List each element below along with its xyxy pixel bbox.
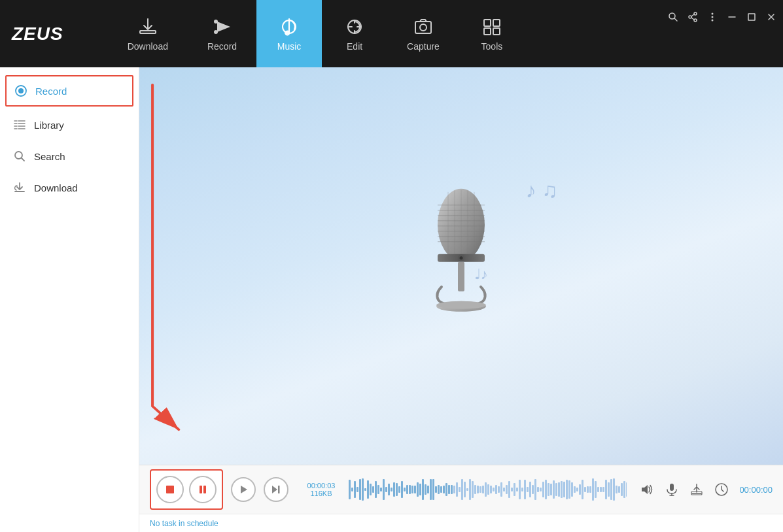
wave-bar (602, 487, 604, 493)
status-text: No task in schedule (150, 519, 218, 528)
microphone-icon[interactable] (665, 482, 679, 497)
wave-bar (498, 486, 500, 492)
wave-bar (401, 481, 403, 497)
wave-bar (443, 486, 445, 494)
wave-bar (377, 485, 379, 494)
sidebar-label-download: Download (34, 182, 78, 193)
share-icon[interactable] (687, 12, 698, 25)
microphone-illustration (415, 186, 507, 332)
wave-bar (490, 486, 492, 493)
wave-bar (453, 486, 455, 493)
svg-rect-44 (166, 486, 174, 493)
wave-bar (500, 482, 502, 497)
stop-button[interactable] (156, 476, 184, 503)
wave-bar (414, 486, 416, 493)
nav-item-tools[interactable]: Tools (459, 0, 525, 67)
wave-bar (613, 478, 615, 501)
wave-bar (367, 480, 369, 498)
wave-bar (432, 479, 434, 501)
wave-bar (482, 486, 484, 494)
close-icon[interactable] (766, 12, 776, 25)
wave-bar (466, 488, 468, 491)
sidebar-label-search: Search (34, 151, 65, 162)
wave-bar (595, 481, 597, 498)
wave-bar (469, 479, 471, 499)
wave-bar (561, 481, 563, 498)
play-button[interactable] (231, 477, 256, 502)
wave-bar (380, 488, 382, 492)
stop-icon (165, 484, 175, 495)
skip-button[interactable] (264, 477, 288, 502)
wave-bar (396, 483, 398, 496)
nav-item-record[interactable]: Record (188, 0, 256, 67)
wave-bar (372, 486, 374, 493)
sidebar-item-search[interactable]: Search (0, 141, 139, 172)
wave-bar (571, 482, 573, 497)
wave-bar (621, 483, 623, 496)
nav-item-download[interactable]: Download (108, 0, 188, 67)
pause-button[interactable] (189, 476, 217, 503)
nav-item-music[interactable]: Music (256, 0, 322, 67)
sidebar: Record Library Search (0, 67, 139, 532)
record-icon (212, 16, 233, 37)
nav-item-capture[interactable]: Capture (387, 0, 459, 67)
minimize-icon[interactable] (727, 12, 737, 25)
wave-bar (563, 482, 565, 498)
svg-point-18 (712, 20, 714, 22)
nav-item-edit[interactable]: Edit (322, 0, 387, 67)
search-window-icon[interactable] (668, 12, 678, 25)
volume-icon[interactable] (640, 482, 654, 497)
maximize-icon[interactable] (746, 12, 757, 25)
wave-bar (349, 480, 351, 499)
music-background: ♪ ♫ ♩♪ (139, 67, 783, 465)
wave-bar (592, 478, 594, 501)
wave-bar (477, 486, 479, 493)
clock-icon[interactable] (714, 482, 729, 497)
wave-bar (459, 487, 461, 492)
wave-bar (626, 482, 627, 496)
svg-rect-9 (493, 20, 500, 26)
export-icon[interactable] (689, 482, 704, 497)
svg-rect-19 (748, 14, 755, 20)
microphone-svg (415, 186, 507, 329)
app-logo: ZEUS (7, 24, 69, 44)
wave-bar (417, 482, 419, 496)
main-content: ♪ ♫ ♩♪ (139, 67, 783, 532)
elapsed-time: 00:00:03 (307, 482, 336, 490)
main-window: ZEUS Download Record (0, 0, 783, 532)
right-controls: 00:00:00 (640, 482, 773, 497)
download-icon (137, 16, 158, 37)
wave-bar (430, 479, 432, 499)
stop-pause-group (150, 469, 223, 510)
wave-bar (545, 480, 547, 499)
sidebar-label-record: Record (35, 86, 67, 97)
wave-bar (419, 484, 421, 496)
file-size: 116KB (310, 490, 332, 497)
wave-bar (425, 484, 426, 494)
svg-rect-11 (493, 28, 500, 35)
wave-bar (566, 480, 568, 499)
wave-bar (511, 488, 513, 491)
nav-items: Download Record Music (108, 0, 525, 67)
sidebar-item-download[interactable]: Download (0, 172, 139, 203)
wave-bar (608, 482, 610, 497)
controls-bar: 00:00:03 116KB (139, 465, 783, 514)
wave-bar (406, 485, 408, 495)
wave-bar (383, 479, 385, 499)
wave-bar (362, 478, 364, 501)
wave-bar (534, 479, 536, 499)
record-sidebar-icon (14, 84, 27, 97)
svg-rect-8 (484, 20, 491, 26)
play-icon (239, 485, 248, 494)
wave-bar (456, 482, 458, 497)
svg-point-2 (214, 30, 218, 34)
wave-bar (448, 485, 450, 494)
sidebar-item-record[interactable]: Record (5, 75, 133, 107)
wave-bar (529, 482, 531, 497)
more-icon[interactable] (707, 12, 718, 25)
wave-bar (540, 488, 542, 491)
wave-bar (464, 482, 466, 497)
wave-bar (568, 480, 570, 499)
sidebar-item-library[interactable]: Library (0, 109, 139, 141)
download-sidebar-icon (13, 181, 26, 194)
